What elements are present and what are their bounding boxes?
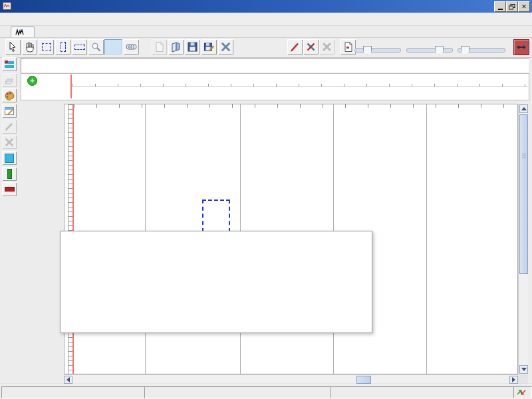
channel-height-label [458, 39, 505, 47]
status-memory-cell[interactable] [513, 386, 532, 398]
value-scale-thumb[interactable] [435, 46, 444, 55]
stage-row [72, 74, 528, 87]
value-scale-label [406, 39, 453, 47]
hypnogram [21, 59, 527, 72]
vertical-scrollbar[interactable] [518, 104, 528, 374]
minimize-button[interactable] [494, 1, 506, 12]
pointer-icon [7, 41, 19, 53]
green-marker-icon [7, 169, 12, 179]
horizontal-scroll-thumb[interactable] [356, 376, 371, 384]
select-area-tool-button[interactable] [39, 39, 54, 55]
time-scale-thumb[interactable] [363, 46, 372, 55]
add-marker-icon[interactable]: + [27, 76, 37, 86]
edit-tag-tools-button[interactable] [303, 39, 319, 55]
tab-inb15[interactable] [11, 26, 35, 38]
menu-bar [0, 13, 532, 26]
scroll-down-button[interactable] [519, 365, 528, 374]
red-marker-icon [5, 187, 15, 192]
select-column-tool-button[interactable] [55, 39, 70, 55]
arrow-down-icon [521, 368, 527, 371]
open-document-button[interactable] [168, 39, 184, 55]
measure-icon [126, 41, 137, 53]
edit-note-icon [4, 106, 15, 116]
value-scale-slider[interactable] [406, 39, 453, 57]
signal-overview-strip[interactable] [21, 58, 529, 73]
save-as-icon [203, 41, 215, 53]
cyan-tag-button[interactable] [2, 151, 17, 165]
select-area-icon [42, 43, 51, 51]
arrow-left-icon [66, 377, 70, 382]
status-message [1, 386, 146, 398]
close-icon: ✕ [521, 3, 527, 10]
toolbar [0, 37, 532, 58]
close-document-icon [220, 41, 231, 53]
status-page-range [144, 386, 332, 398]
new-tag-page-button[interactable] [340, 39, 356, 55]
restore-button[interactable] [506, 1, 518, 12]
select-row-icon [74, 45, 85, 50]
green-tag-button[interactable] [2, 167, 17, 181]
fft-tool-button[interactable] [104, 39, 122, 55]
fit-width-icon [516, 43, 527, 52]
thumb-grip [522, 154, 526, 154]
open-document-icon [170, 41, 182, 53]
edit-note-button[interactable] [2, 104, 17, 118]
time-row [72, 87, 528, 100]
measure-tool-button[interactable] [124, 39, 139, 55]
new-page-icon [154, 41, 165, 53]
palette-icon [4, 90, 15, 101]
montage-button[interactable] [2, 57, 17, 71]
scrollbar-corner [518, 374, 528, 384]
remove-tag-icon [321, 41, 332, 53]
fit-width-button[interactable] [513, 39, 529, 55]
value-scale-track[interactable] [406, 48, 453, 53]
close-document-button[interactable] [218, 39, 233, 55]
red-tag-button[interactable] [2, 182, 17, 196]
minimize-icon [498, 9, 503, 10]
palette-button[interactable] [2, 88, 17, 102]
save-icon [187, 41, 198, 53]
tag-page-icon [342, 41, 354, 53]
pages-button[interactable] [2, 73, 17, 87]
time-scale-slider[interactable] [354, 39, 401, 57]
pointer-tool-button[interactable] [5, 39, 21, 55]
channel-height-slider[interactable] [458, 39, 505, 57]
horizontal-scrollbar[interactable] [64, 374, 518, 384]
time-scale-label [354, 39, 401, 47]
select-row-tool-button[interactable] [72, 39, 87, 55]
save-document-button[interactable] [185, 39, 200, 55]
tag-tools-icon [305, 41, 317, 53]
app-icon [3, 2, 11, 10]
montage-icon [4, 60, 15, 68]
fft-chart [61, 245, 372, 330]
scroll-up-button[interactable] [519, 104, 528, 113]
draw-disabled-icon [4, 122, 15, 132]
edit-signal-tag-button[interactable] [287, 39, 303, 55]
memory-indicator-icon [515, 388, 527, 396]
signal-tab-icon [15, 29, 25, 36]
remove-tag-button[interactable] [319, 39, 334, 55]
channel-selection-rect[interactable] [202, 200, 230, 232]
vertical-scroll-thumb[interactable] [519, 114, 528, 274]
close-button[interactable]: ✕ [518, 1, 530, 12]
hand-icon [24, 41, 35, 53]
time-scale-track[interactable] [354, 48, 401, 53]
channel-height-thumb[interactable] [461, 46, 469, 55]
page-start-marker [70, 74, 72, 98]
status-bar [0, 384, 532, 399]
scroll-left-button[interactable] [64, 376, 72, 384]
header-panel: + [21, 73, 529, 100]
hand-tool-button[interactable] [22, 39, 37, 55]
erase-tag-button[interactable] [2, 135, 17, 149]
draw-tag-button[interactable] [2, 120, 17, 134]
scroll-right-button[interactable] [509, 376, 518, 384]
new-page-button[interactable] [152, 39, 167, 55]
stage-ticks [72, 84, 528, 86]
arrow-up-icon [521, 107, 527, 110]
zoom-tool-button[interactable] [88, 39, 104, 55]
channel-height-track[interactable] [458, 48, 505, 53]
pages-icon [4, 76, 15, 84]
save-document-as-button[interactable] [201, 39, 217, 55]
tab-row [0, 26, 532, 37]
title-bar[interactable]: ✕ [0, 0, 532, 13]
